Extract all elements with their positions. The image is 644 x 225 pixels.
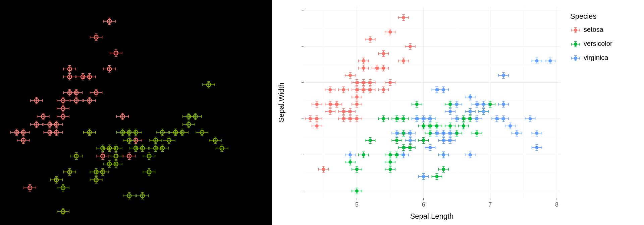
svg-point-1269 (448, 110, 452, 113)
svg-point-1073 (448, 124, 452, 128)
svg-point-1325 (482, 110, 485, 113)
svg-point-1241 (442, 132, 445, 135)
right-scatter-svg: 5678Sepal.LengthSepal.WidthSpeciessetosa… (272, 0, 644, 225)
svg-point-1262 (448, 132, 452, 135)
svg-point-940 (395, 139, 398, 142)
svg-point-660 (335, 102, 338, 106)
svg-point-716 (355, 102, 359, 106)
svg-point-1094 (462, 124, 465, 128)
svg-point-1101 (462, 117, 465, 121)
svg-point-905 (382, 117, 385, 121)
svg-point-674 (342, 110, 345, 113)
svg-point-898 (369, 139, 372, 142)
svg-point-842 (388, 30, 392, 34)
svg-point-1346 (502, 117, 505, 121)
svg-point-996 (415, 102, 419, 106)
svg-rect-561 (304, 7, 560, 198)
svg-point-1227 (442, 153, 445, 156)
svg-point-730 (355, 88, 359, 91)
svg-point-737 (355, 81, 359, 84)
svg-rect-0 (0, 0, 272, 225)
svg-point-758 (362, 66, 365, 70)
svg-point-1367 (508, 124, 512, 128)
svg-point-1143 (348, 153, 352, 156)
svg-point-1381 (529, 117, 532, 121)
svg-point-1332 (482, 102, 485, 106)
right-scatter-panel: 5678Sepal.LengthSepal.WidthSpeciessetosa… (272, 0, 644, 225)
svg-point-1430 (574, 57, 577, 60)
x-tick-8: 8 (555, 201, 558, 208)
svg-point-863 (409, 45, 412, 48)
svg-point-1108 (469, 117, 472, 121)
svg-point-1045 (435, 175, 438, 178)
svg-point-1360 (502, 74, 505, 77)
legend-item-versicolor: versicolor (584, 40, 612, 47)
svg-point-618 (315, 102, 319, 106)
svg-point-1416 (574, 28, 577, 32)
svg-point-1171 (409, 132, 412, 135)
svg-point-772 (362, 59, 365, 63)
svg-point-1402 (535, 59, 538, 63)
svg-point-1234 (442, 139, 445, 142)
svg-point-786 (369, 81, 372, 84)
svg-point-1297 (469, 110, 472, 113)
svg-point-1192 (422, 117, 425, 121)
x-axis-label: Sepal.Length (410, 212, 454, 220)
svg-point-709 (355, 117, 359, 121)
svg-point-1255 (448, 139, 452, 142)
svg-point-1059 (442, 168, 445, 171)
svg-point-646 (328, 88, 332, 91)
svg-point-1318 (475, 102, 479, 106)
legend-item-virginica: virginica (584, 54, 608, 61)
svg-point-1409 (548, 59, 552, 63)
svg-point-639 (328, 102, 332, 106)
legend: Speciessetosaversicolorvirginica (570, 12, 612, 61)
svg-point-779 (369, 88, 372, 91)
svg-point-688 (348, 117, 352, 121)
svg-point-1122 (475, 132, 479, 135)
svg-point-1353 (502, 102, 505, 106)
svg-point-1213 (435, 132, 438, 135)
svg-point-1206 (429, 117, 432, 121)
svg-point-681 (342, 88, 345, 91)
svg-point-1010 (422, 139, 425, 142)
svg-point-870 (348, 160, 352, 164)
left-scatter-svg (0, 0, 272, 225)
svg-point-1423 (574, 43, 577, 46)
x-tick-5: 5 (355, 201, 359, 208)
svg-point-1199 (429, 146, 432, 149)
svg-point-751 (362, 81, 365, 84)
left-scatter-panel (0, 0, 272, 225)
svg-point-1395 (535, 132, 538, 135)
svg-point-1283 (455, 102, 459, 106)
svg-point-793 (369, 38, 372, 41)
svg-point-947 (395, 117, 398, 121)
x-tick-7: 7 (488, 201, 492, 208)
svg-point-667 (342, 117, 345, 121)
svg-point-1290 (469, 153, 472, 156)
svg-point-1220 (435, 88, 438, 91)
svg-point-1087 (455, 132, 459, 135)
svg-point-611 (315, 117, 319, 121)
y-axis-label: Sepal.Width (277, 83, 285, 123)
svg-point-1017 (422, 124, 425, 128)
svg-point-877 (355, 189, 359, 193)
svg-point-1339 (495, 117, 498, 121)
svg-point-1031 (429, 124, 432, 128)
chart-container: 5678Sepal.LengthSepal.WidthSpeciessetosa… (0, 0, 644, 225)
svg-point-1052 (435, 124, 438, 128)
svg-point-912 (388, 168, 392, 171)
svg-point-814 (382, 66, 385, 70)
x-tick-6: 6 (422, 201, 425, 208)
svg-point-919 (388, 160, 392, 164)
legend-title: Species (570, 12, 596, 20)
svg-point-1178 (415, 117, 419, 121)
svg-point-926 (388, 153, 392, 156)
svg-point-744 (362, 88, 365, 91)
svg-point-702 (348, 74, 352, 77)
svg-point-1150 (395, 132, 398, 135)
svg-point-856 (402, 16, 405, 19)
svg-point-723 (355, 95, 359, 99)
svg-point-1276 (455, 117, 459, 121)
svg-point-884 (355, 168, 359, 171)
